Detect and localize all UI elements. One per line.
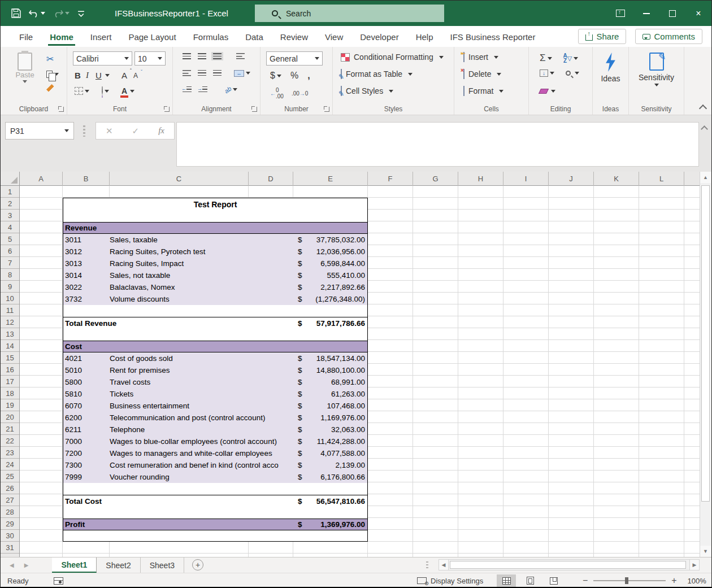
amount-cell[interactable]: $68,991.00 [293,378,367,386]
scroll-right-icon[interactable]: ▶ [689,559,700,570]
tab-file[interactable]: File [11,27,41,46]
description-cell[interactable]: Sales, taxable [110,236,293,244]
tab-ifs-business-reporter[interactable]: IFS Business Reporter [442,27,544,46]
clipboard-dialog-launcher[interactable] [59,107,64,112]
column-header-D[interactable]: D [249,172,293,186]
table-row[interactable] [63,530,367,542]
row-header-14[interactable]: 14 [1,340,19,352]
scroll-up-icon[interactable]: ▲ [700,172,711,183]
name-box-dropdown-icon[interactable] [64,129,69,134]
section-header-cell[interactable]: Revenue [63,224,367,232]
horizontal-scroll-thumb[interactable] [450,561,686,569]
insert-function-icon[interactable]: fx [158,126,164,136]
bottom-align-icon[interactable] [211,52,223,60]
amount-cell[interactable]: $555,410.00 [293,271,367,280]
zoom-in-icon[interactable]: + [671,576,676,586]
save-icon[interactable] [8,6,24,20]
row-header-5[interactable]: 5 [1,233,19,245]
table-row[interactable]: Profit$1,369,976.00 [63,519,367,530]
account-code-cell[interactable]: 3012 [63,247,110,256]
insert-cells-button[interactable]: ⇤ Insert [463,53,498,62]
account-code-cell[interactable]: 7000 [63,437,110,446]
row-header-26[interactable]: 26 [1,482,19,494]
align-center-icon[interactable] [196,69,208,77]
table-row[interactable] [63,507,367,519]
ideas-button[interactable]: Ideas [593,51,628,83]
table-row[interactable]: Total Revenue$57,917,786.66 [63,317,367,329]
total-amount-cell[interactable]: $56,547,810.66 [293,497,367,506]
description-cell[interactable]: Telephone [110,425,293,434]
table-row[interactable]: Revenue [63,222,367,234]
increase-indent-icon[interactable] [197,85,209,94]
description-cell[interactable]: Balaclavas, Nomex [110,283,293,291]
normal-view-button[interactable] [497,574,516,587]
sensitivity-button[interactable]: Sensitivity [629,51,684,89]
row-header-28[interactable]: 28 [1,506,19,518]
description-cell[interactable]: Racing Suites, Pyrotech test [110,247,293,256]
account-code-cell[interactable]: 3011 [63,236,110,244]
row-header-17[interactable]: 17 [1,376,19,387]
report-title-cell[interactable]: Test Report [63,198,367,222]
row-header-25[interactable]: 25 [1,471,19,482]
row-header-2[interactable]: 2 [1,198,19,210]
row-header-13[interactable]: 13 [1,328,19,340]
top-align-icon[interactable] [181,52,193,60]
paste-dropdown-icon[interactable] [23,80,27,85]
minimize-button[interactable] [633,1,659,26]
orientation-button[interactable]: ab [223,85,239,94]
scroll-left-icon[interactable]: ◀ [439,559,449,570]
amount-cell[interactable]: $32,063.00 [293,425,367,434]
amount-cell[interactable]: $2,217,892.66 [293,283,367,291]
row-header-23[interactable]: 23 [1,447,19,459]
formula-input[interactable] [176,122,699,167]
enter-formula-icon[interactable]: ✓ [132,126,140,136]
row-header-22[interactable]: 22 [1,435,19,447]
ribbon-display-options-button[interactable] [607,1,633,26]
copy-icon[interactable] [45,69,60,79]
account-code-cell[interactable]: 5010 [63,366,110,374]
percent-style-button[interactable]: % [289,69,300,82]
total-label-cell[interactable]: Profit [63,520,293,529]
tab-insert[interactable]: Insert [82,27,120,46]
merge-center-button[interactable]: ↔ [232,68,252,78]
sheet-tab-sheet2[interactable]: Sheet2 [97,557,140,573]
share-button[interactable]: Share [578,29,626,44]
account-code-cell[interactable]: 6211 [63,425,110,434]
underline-button[interactable]: U [94,69,102,81]
table-row[interactable]: 7300Cost remuneration and benef in kind … [63,459,367,471]
row-header-16[interactable]: 16 [1,364,19,376]
alignment-dialog-launcher[interactable] [252,107,257,112]
align-left-icon[interactable] [181,69,193,77]
font-size-select[interactable]: 10 [134,51,166,66]
sheet-tab-sheet1[interactable]: Sheet1 [52,557,97,573]
tab-review[interactable]: Review [272,27,316,46]
redo-button[interactable] [50,7,72,20]
table-row[interactable] [63,305,367,317]
row-header-21[interactable]: 21 [1,423,19,435]
account-code-cell[interactable]: 7999 [63,473,110,481]
table-row[interactable]: 7999Voucher rounding$6,176,800.66 [63,471,367,483]
table-row[interactable]: 6200Telecommunication and post (control … [63,412,367,424]
tab-developer[interactable]: Developer [351,27,407,46]
table-row[interactable]: 5010Rent for premises$14,880,100.00 [63,364,367,376]
total-amount-cell[interactable]: $1,369,976.00 [293,520,367,529]
row-header-27[interactable]: 27 [1,494,19,506]
middle-align-icon[interactable] [196,52,208,60]
row-header-11[interactable]: 11 [1,304,19,316]
amount-cell[interactable]: $18,547,134.00 [293,354,367,363]
number-dialog-launcher[interactable] [324,107,329,112]
maximize-button[interactable] [659,1,685,26]
amount-cell[interactable]: $6,176,800.66 [293,473,367,481]
comma-style-button[interactable]: , [306,69,311,82]
description-cell[interactable]: Tickets [110,390,293,398]
italic-button[interactable]: I [84,69,93,81]
account-code-cell[interactable]: 5800 [63,378,110,386]
amount-cell[interactable]: $11,424,288.00 [293,437,367,446]
column-header-A[interactable]: A [20,172,63,186]
amount-cell[interactable]: $107,468.00 [293,402,367,410]
row-header-10[interactable]: 10 [1,293,19,304]
cell-styles-button[interactable]: ✎ Cell Styles [341,86,393,95]
account-code-cell[interactable]: 3013 [63,259,110,268]
row-header-30[interactable]: 30 [1,530,19,542]
tab-page-layout[interactable]: Page Layout [120,27,184,46]
